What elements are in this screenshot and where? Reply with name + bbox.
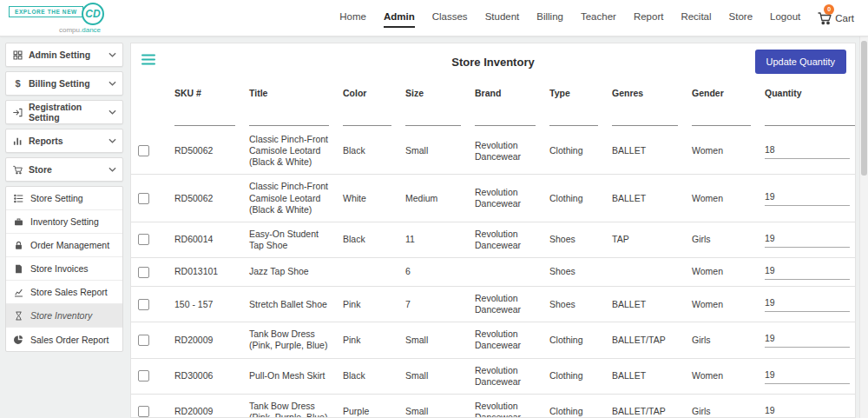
nav-item-logout[interactable]: Logout <box>770 8 800 28</box>
quantity-input[interactable] <box>765 332 850 348</box>
nav-item-classes[interactable]: Classes <box>432 8 468 28</box>
row-checkbox[interactable] <box>138 267 149 278</box>
nav-item-report[interactable]: Report <box>634 8 664 28</box>
sidebar-item-reports[interactable]: Reports <box>5 129 123 153</box>
cell-genres: TAP <box>605 222 685 257</box>
sidebar-item-order-management[interactable]: Order Management <box>6 234 122 257</box>
nav-item-teacher[interactable]: Teacher <box>581 8 616 28</box>
cell-sku: RD60014 <box>168 222 242 257</box>
nav-item-billing[interactable]: Billing <box>536 8 563 28</box>
sidebar-item-store-invoices[interactable]: Store Invoices <box>6 257 122 281</box>
page-body: Admin Setting $ Billing Setting Registra… <box>0 36 868 418</box>
sidebar-item-sales-order-report[interactable]: Sales Order Report <box>6 328 122 351</box>
cell-genres: BALLET <box>605 287 685 322</box>
main-panel: Store Inventory Update Quantity SKU #Tit… <box>130 43 856 418</box>
sidebar-subitem-label: Store Sales Report <box>30 287 108 297</box>
cell-brand: Revolution Dancewear <box>468 322 542 358</box>
sidebar-group-label: Admin Setting <box>29 50 90 60</box>
filter-input-type[interactable] <box>549 114 598 126</box>
quantity-input[interactable] <box>765 190 850 206</box>
cell-type: Clothing <box>542 175 605 222</box>
row-checkbox[interactable] <box>138 234 149 245</box>
brand-monogram-icon: CD <box>82 3 104 25</box>
sidebar-item-inventory-setting[interactable]: Inventory Setting <box>6 210 122 234</box>
sidebar-subitem-label: Store Setting <box>30 193 83 203</box>
brand-tagline: EXPLORE THE NEW <box>9 6 83 17</box>
row-checkbox[interactable] <box>138 193 149 204</box>
row-checkbox[interactable] <box>138 145 149 156</box>
quantity-input[interactable] <box>765 296 850 312</box>
cart-label: Cart <box>835 13 854 23</box>
cell-title: Pull-On Mesh Skirt <box>242 358 336 394</box>
filter-input-quantity[interactable] <box>765 114 856 126</box>
filter-input-size[interactable] <box>405 114 461 126</box>
table-filter-row <box>131 105 856 128</box>
grid-icon <box>12 50 23 61</box>
filter-input-color[interactable] <box>343 114 391 126</box>
nav-item-student[interactable]: Student <box>485 8 520 28</box>
table-row: 150 - 157Stretch Ballet ShoePink7Revolut… <box>131 287 856 322</box>
cell-genres: BALLET <box>605 358 685 394</box>
cell-brand <box>468 258 542 287</box>
quantity-input[interactable] <box>765 143 850 159</box>
cell-title: Stretch Ballet Shoe <box>242 287 336 322</box>
quantity-input[interactable] <box>765 368 850 384</box>
filter-input-brand[interactable] <box>475 114 536 126</box>
cell-title: Classic Pinch-Front Camisole Leotard (Bl… <box>242 128 336 175</box>
chevron-down-icon <box>108 109 116 115</box>
cell-sku: RD013101 <box>168 258 242 287</box>
cell-title: Jazz Tap Shoe <box>242 258 336 287</box>
sidebar-item-store-setting[interactable]: Store Setting <box>6 187 122 210</box>
nav-item-admin[interactable]: Admin <box>384 8 415 28</box>
sidebar-item-admin-setting[interactable]: Admin Setting <box>5 43 123 67</box>
hamburger-menu-icon[interactable] <box>141 53 155 69</box>
cell-type: Clothing <box>542 358 605 394</box>
cell-size: Small <box>398 358 468 394</box>
bar-chart-icon <box>12 136 23 147</box>
cell-size: 11 <box>398 222 468 257</box>
filter-input-genres[interactable] <box>612 114 678 126</box>
table-header-row: SKU #TitleColorSizeBrandTypeGenresGender… <box>131 80 856 105</box>
scrollbar-thumb[interactable] <box>861 41 867 176</box>
filter-input-gender[interactable] <box>692 114 751 126</box>
quantity-input[interactable] <box>765 404 850 418</box>
sidebar-group-label: Registration Setting <box>29 102 103 123</box>
sidebar: Admin Setting $ Billing Setting Registra… <box>5 43 123 418</box>
cell-sku: RD30006 <box>168 358 242 394</box>
update-quantity-button[interactable]: Update Quantity <box>755 50 847 74</box>
row-checkbox[interactable] <box>138 299 149 310</box>
cell-brand: Revolution Dancewear <box>468 175 542 222</box>
table-row: RD50062Classic Pinch-Front Camisole Leot… <box>131 175 856 222</box>
quantity-input[interactable] <box>765 264 850 280</box>
cell-gender: Girls <box>685 394 758 418</box>
cell-color: Purple <box>336 394 398 418</box>
cell-type: Clothing <box>542 128 605 175</box>
cart-button[interactable]: 0 Cart <box>818 11 854 25</box>
sidebar-item-registration-setting[interactable]: Registration Setting <box>5 100 123 124</box>
cart-badge: 0 <box>824 4 834 15</box>
filter-input-title[interactable] <box>249 114 329 126</box>
cell-sku: RD20009 <box>168 322 242 358</box>
row-checkbox[interactable] <box>138 370 149 382</box>
nav-item-home[interactable]: Home <box>339 8 366 28</box>
column-header-size: Size <box>398 80 468 105</box>
column-header-sku: SKU # <box>168 80 242 105</box>
row-checkbox[interactable] <box>138 335 149 346</box>
column-header-title: Title <box>242 80 336 105</box>
table-row: RD20009Tank Bow Dress (Pink, Purple, Blu… <box>131 322 856 358</box>
chevron-down-icon <box>108 52 116 57</box>
table-row: RD20009Tank Bow Dress (Pink, Purple, Blu… <box>131 394 856 418</box>
cell-title: Easy-On Student Tap Shoe <box>242 222 336 257</box>
filter-input-sku[interactable] <box>174 114 235 126</box>
nav-item-recital[interactable]: Recital <box>681 8 711 28</box>
sidebar-item-store[interactable]: Store <box>5 157 123 182</box>
quantity-input[interactable] <box>765 232 850 248</box>
sidebar-item-store-sales-report[interactable]: Store Sales Report <box>6 281 122 304</box>
row-checkbox[interactable] <box>138 406 149 417</box>
sidebar-subitem-label: Order Management <box>30 240 109 250</box>
nav-item-store[interactable]: Store <box>729 8 753 28</box>
cell-gender: Women <box>685 128 758 175</box>
sidebar-item-billing-setting[interactable]: $ Billing Setting <box>5 71 123 96</box>
sidebar-item-store-inventory[interactable]: Store Inventory <box>6 304 122 328</box>
cell-genres: BALLET <box>605 128 685 175</box>
